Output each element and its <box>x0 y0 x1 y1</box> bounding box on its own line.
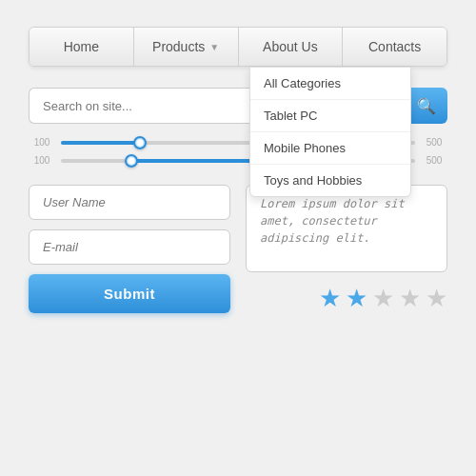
star-1[interactable]: ★ <box>319 284 341 313</box>
search-section: ▼ Categories 🔍 All Categories Tablet PC … <box>29 67 447 124</box>
star-4[interactable]: ★ <box>399 284 421 313</box>
slider1-fill <box>61 141 140 145</box>
star-3[interactable]: ★ <box>372 284 394 313</box>
stars-rating: ★ ★ ★ ★ ★ <box>246 284 447 313</box>
nav-products[interactable]: Products ▼ <box>134 28 239 66</box>
nav-about[interactable]: About Us <box>239 28 344 66</box>
dropdown-item-tablet[interactable]: Tablet PC <box>250 100 410 132</box>
nav-about-label: About Us <box>263 39 318 54</box>
nav-contacts[interactable]: Contacts <box>343 28 446 66</box>
form-right: ★ ★ ★ ★ ★ <box>246 185 447 313</box>
nav-home-label: Home <box>64 39 99 54</box>
categories-dropdown: All Categories Tablet PC Mobile Phones T… <box>249 67 411 197</box>
slider2-thumb-left[interactable] <box>125 154 138 168</box>
star-2[interactable]: ★ <box>346 284 367 313</box>
email-input[interactable] <box>29 229 230 265</box>
dropdown-item-mobile[interactable]: Mobile Phones <box>250 132 410 165</box>
slider1-track[interactable] <box>61 141 259 145</box>
username-input[interactable] <box>29 185 230 220</box>
nav-contacts-label: Contacts <box>368 39 421 54</box>
dropdown-item-all[interactable]: All Categories <box>250 68 410 100</box>
nav-home[interactable]: Home <box>30 28 134 66</box>
slider1-max-label: 500 <box>421 137 447 148</box>
nav-products-label: Products <box>152 39 205 54</box>
search-button[interactable]: 🔍 <box>406 88 447 124</box>
slider2-fill <box>131 159 255 163</box>
slider2-max-label: 500 <box>421 155 447 166</box>
form-left: Submit <box>29 185 230 313</box>
form-section: Submit ★ ★ ★ ★ ★ <box>29 185 447 313</box>
navbar: Home Products ▼ About Us Contacts <box>29 27 447 67</box>
chevron-down-icon: ▼ <box>209 42 219 52</box>
textarea-field[interactable] <box>246 185 447 272</box>
search-icon: 🔍 <box>417 98 436 114</box>
slider1-min-label: 100 <box>29 137 55 148</box>
star-5[interactable]: ★ <box>426 284 447 313</box>
slider1-thumb[interactable] <box>133 136 147 149</box>
slider2-min-label: 100 <box>29 155 55 166</box>
submit-button[interactable]: Submit <box>29 274 230 313</box>
dropdown-item-toys[interactable]: Toys and Hobbies <box>250 165 410 196</box>
